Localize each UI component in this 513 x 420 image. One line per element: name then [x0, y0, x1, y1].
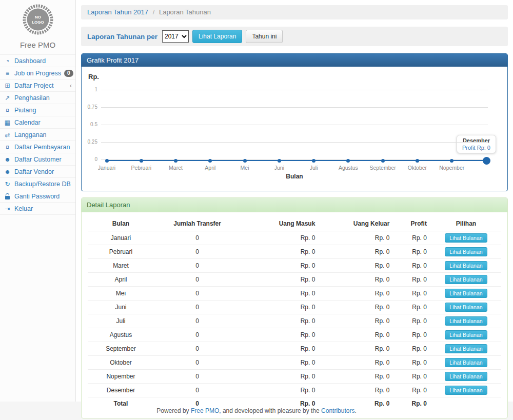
data-point-mei[interactable]: [243, 159, 247, 163]
lihat-bulanan-button-agustus[interactable]: Lihat Bulanan: [445, 330, 487, 339]
lihat-bulanan-button-juni[interactable]: Lihat Bulanan: [445, 303, 487, 312]
page: NO LOGO Free PMO ◔Dashboard≡Job on Progr…: [0, 0, 513, 402]
sidebar-item-langganan[interactable]: ⇄Langganan: [0, 129, 75, 141]
cell-jumlah-transfer: 0: [154, 328, 241, 342]
data-point-januari[interactable]: [105, 159, 109, 163]
sidebar-item-penghasilan[interactable]: ↗Penghasilan: [0, 92, 75, 104]
lihat-bulanan-button-juli[interactable]: Lihat Bulanan: [445, 316, 487, 326]
y-tick-label: 1: [82, 87, 97, 92]
sidebar-item-daftar-vendor[interactable]: ☻Daftar Vendor: [0, 166, 75, 178]
column-header-jumlah-transfer: Jumlah Transfer: [154, 216, 241, 231]
cell-uang-keluar: Rp. 0: [319, 314, 393, 328]
profit-chart: Rp. Desember Profit Rp: 0 Bulan 10.750.5…: [82, 67, 507, 191]
current-year-button[interactable]: Tahun ini: [246, 30, 283, 43]
data-point-pebruari[interactable]: [140, 159, 143, 163]
sidebar-item-label: Daftar Vendor: [14, 168, 54, 175]
breadcrumb: Laporan Tahun 2017 / Laporan Tahunan: [81, 5, 508, 19]
sidebar-item-label: Backup/Restore DB: [14, 181, 71, 188]
cell-uang-masuk: Rp. 0: [241, 273, 319, 287]
cell-pilihan: Lihat Bulanan: [431, 370, 501, 384]
cell-pilihan: Lihat Bulanan: [431, 231, 501, 245]
lihat-bulanan-button-mei[interactable]: Lihat Bulanan: [445, 289, 487, 298]
tooltip-title: Desember: [462, 137, 490, 144]
y-tick-label: 0.5: [82, 122, 97, 127]
cell-profit: Rp. 0: [393, 245, 431, 259]
cell-jumlah-transfer: 0: [154, 342, 241, 356]
lihat-bulanan-button-oktober[interactable]: Lihat Bulanan: [445, 358, 487, 367]
free-pmo-link[interactable]: Free PMO: [191, 407, 219, 414]
refresh-icon: ↻: [4, 181, 11, 187]
y-tick-label: 0: [82, 156, 97, 162]
calendar-icon: ▦: [4, 119, 11, 126]
lihat-bulanan-button-september[interactable]: Lihat Bulanan: [445, 344, 487, 353]
repeat-icon: ⇄: [4, 132, 11, 138]
cell-jumlah-transfer: 0: [154, 301, 241, 314]
chart-y-axis-label: Rp.: [88, 73, 99, 81]
sidebar-item-daftar-project[interactable]: ⊞Daftar Project‹: [0, 79, 75, 92]
sidebar-item-label: Langganan: [14, 131, 47, 138]
sidebar-item-label: Dashboard: [14, 57, 46, 65]
lihat-bulanan-button-maret[interactable]: Lihat Bulanan: [445, 261, 487, 270]
cell-bulan: Mei: [88, 287, 154, 301]
data-point-agustus[interactable]: [346, 159, 350, 163]
sidebar-item-daftar-pembayaran[interactable]: ¤Daftar Pembayaran: [0, 141, 75, 153]
cell-profit: Rp. 0: [393, 314, 431, 328]
cell-profit: Rp. 0: [393, 273, 431, 287]
sidebar-item-label: Daftar Project: [14, 82, 53, 89]
data-point-april[interactable]: [208, 159, 212, 163]
lihat-bulanan-button-nopember[interactable]: Lihat Bulanan: [445, 372, 487, 381]
gridline: [101, 107, 488, 108]
table-header-row: BulanJumlah TransferUang MasukUang Kelua…: [88, 216, 501, 231]
contributors-link[interactable]: Contributors: [321, 407, 354, 414]
cell-uang-masuk: Rp. 0: [241, 384, 319, 397]
cell-bulan: Total: [88, 397, 154, 410]
cell-uang-keluar: Rp. 0: [319, 231, 393, 245]
gridline: [101, 125, 488, 125]
cell-jumlah-transfer: 0: [154, 384, 241, 397]
data-point-nopember[interactable]: [450, 159, 453, 163]
cell-profit: Rp. 0: [393, 370, 431, 384]
cell-uang-keluar: Rp. 0: [319, 384, 393, 397]
tooltip-value: Profit Rp: 0: [462, 145, 490, 151]
cell-pilihan: Lihat Bulanan: [431, 245, 501, 259]
cell-uang-masuk: Rp. 0: [241, 356, 319, 370]
sidebar-item-dashboard[interactable]: ◔Dashboard: [0, 55, 75, 67]
lihat-bulanan-button-pebruari[interactable]: Lihat Bulanan: [445, 247, 487, 256]
table-row: September0Rp. 0Rp. 0Rp. 0Lihat Bulanan: [88, 342, 501, 356]
sidebar-item-keluar[interactable]: ⇥Keluar: [0, 203, 75, 215]
detail-panel-title: Detail Laporan: [82, 198, 507, 212]
cell-pilihan: [431, 397, 501, 410]
x-tick-label: Nopember: [431, 165, 472, 171]
cell-pilihan: Lihat Bulanan: [431, 356, 501, 370]
sidebar-item-daftar-customer[interactable]: ☻Daftar Customer: [0, 153, 75, 166]
cell-profit: Rp. 0: [393, 384, 431, 397]
cell-uang-keluar: Rp. 0: [319, 287, 393, 301]
cell-profit: Rp. 0: [393, 287, 431, 301]
year-select[interactable]: 2017: [162, 30, 189, 43]
chart-tooltip: Desember Profit Rp: 0: [457, 135, 496, 153]
lihat-bulanan-button-april[interactable]: Lihat Bulanan: [445, 275, 487, 284]
sidebar-item-backup-restore-db[interactable]: ↻Backup/Restore DB: [0, 178, 75, 190]
sidebar-item-ganti-password[interactable]: Ganti Password: [0, 190, 75, 203]
cell-bulan: Nopember: [88, 370, 154, 384]
view-report-button[interactable]: Lihat Laporan: [192, 30, 242, 43]
chart-x-axis-label: Bulan: [101, 173, 488, 180]
data-point-maret[interactable]: [174, 159, 177, 163]
data-point-juni[interactable]: [278, 159, 281, 163]
cell-uang-masuk: Rp. 0: [241, 301, 319, 314]
users-icon: ☻: [4, 169, 11, 175]
breadcrumb-link-laporan-tahun[interactable]: Laporan Tahun 2017: [87, 8, 148, 16]
cell-uang-masuk: Rp. 0: [241, 287, 319, 301]
data-point-september[interactable]: [381, 159, 385, 163]
data-point-desember[interactable]: [483, 157, 490, 165]
brand-name: Free PMO: [0, 37, 75, 54]
lihat-bulanan-button-januari[interactable]: Lihat Bulanan: [445, 233, 487, 243]
sidebar-item-piutang[interactable]: ¤Piutang: [0, 104, 75, 116]
sidebar-item-calendar[interactable]: ▦Calendar: [0, 116, 75, 129]
cell-pilihan: Lihat Bulanan: [431, 301, 501, 314]
cell-uang-masuk: Rp. 0: [241, 342, 319, 356]
data-point-juli[interactable]: [312, 159, 315, 163]
data-point-oktober[interactable]: [416, 159, 419, 163]
lihat-bulanan-button-desember[interactable]: Lihat Bulanan: [445, 386, 487, 395]
sidebar-item-job-on-progress[interactable]: ≡Job on Progress0: [0, 67, 75, 79]
